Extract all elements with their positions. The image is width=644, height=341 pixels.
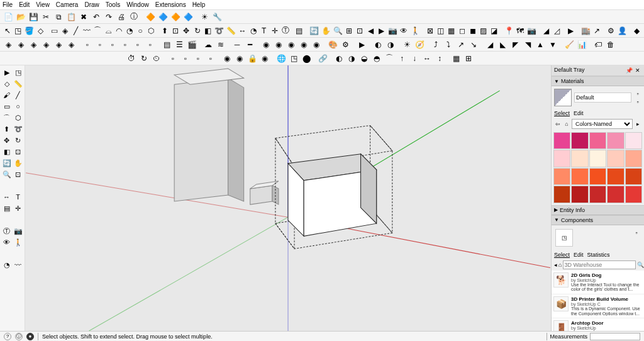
person-icon[interactable]: ●	[26, 333, 34, 340]
render-settings-icon[interactable]: ⚙	[340, 39, 351, 50]
material-swatch[interactable]	[553, 150, 570, 167]
component-results-list[interactable]: 🐕 2D Girls Dog by SketchUp Use the Inter…	[552, 271, 644, 331]
select-tool-icon[interactable]: ▶	[1, 67, 12, 78]
menu-edit[interactable]: Edit	[19, 1, 30, 8]
add-location-icon[interactable]: 📍	[504, 25, 514, 36]
text-tool-icon[interactable]: T	[13, 191, 23, 203]
orbit-tool-icon[interactable]: 🔄	[1, 157, 12, 169]
toggle-terrain-icon[interactable]: 🗺	[516, 25, 525, 36]
material-swatch[interactable]	[589, 150, 606, 167]
menu-file[interactable]: File	[3, 1, 13, 8]
materials-panel-header[interactable]: ▼ Materials	[552, 76, 644, 86]
material-collection-select[interactable]: Colors-Named	[572, 119, 633, 129]
toggle2-icon[interactable]: ◑	[385, 39, 396, 50]
material-swatch[interactable]	[589, 132, 606, 149]
report-icon[interactable]: 📊	[576, 39, 587, 50]
position-camera-icon[interactable]: 📷	[387, 25, 398, 36]
material-swatch[interactable]	[607, 132, 624, 149]
 [interactable]	[13, 248, 23, 259]
component-search-input[interactable]	[563, 260, 636, 269]
menu-help[interactable]: Help	[192, 1, 206, 8]
solid2-icon[interactable]: ◈	[15, 39, 26, 50]
components-tab-statistics[interactable]: Statistics	[587, 252, 610, 258]
line-tool-icon[interactable]: ╱	[13, 89, 23, 101]
chain-icon[interactable]: 🔗	[317, 53, 328, 64]
pan-icon[interactable]: ✋	[321, 25, 331, 36]
position-camera-icon[interactable]: 📷	[13, 225, 23, 237]
material-swatch[interactable]	[571, 186, 588, 203]
pin-icon[interactable]: 📌	[625, 67, 633, 74]
style6-icon[interactable]: ▫	[145, 39, 156, 50]
undo-icon[interactable]: ↶	[91, 11, 102, 23]
move-icon[interactable]: ✥	[182, 25, 191, 36]
close-tray-icon[interactable]: ✕	[634, 67, 641, 74]
dimension-icon[interactable]: ↔	[238, 25, 247, 36]
sandbox2-icon[interactable]: ◿	[552, 25, 562, 36]
solid5-icon[interactable]: ◈	[53, 39, 64, 50]
menu-window[interactable]: Window	[126, 1, 149, 8]
share-icon[interactable]: ↗	[592, 25, 602, 36]
globe-icon[interactable]: 🌐	[275, 53, 287, 64]
material-swatch[interactable]	[589, 186, 606, 203]
paint-bucket-icon[interactable]: 🪣	[24, 25, 35, 36]
back-edges-icon[interactable]: ◫	[436, 25, 445, 36]
style5-icon[interactable]: ▫	[132, 39, 143, 50]
sandbox-a-icon[interactable]: ◢	[484, 39, 496, 50]
search-icon[interactable]: 🔍	[637, 261, 644, 269]
create-material-icon[interactable]: ▫	[634, 90, 641, 98]
components-tab-edit[interactable]: Edit	[574, 252, 584, 258]
text-icon[interactable]: T	[259, 25, 269, 36]
material-swatch[interactable]	[607, 150, 624, 167]
look-around-icon[interactable]: 👁	[399, 25, 409, 36]
xray-icon[interactable]: ⊠	[425, 25, 435, 36]
materials-tab-edit[interactable]: Edit	[574, 110, 584, 116]
ext2-icon[interactable]: ◉	[273, 39, 284, 50]
rectangle-icon[interactable]: ▭	[50, 25, 59, 36]
menu-extensions[interactable]: Extensions	[155, 1, 186, 8]
path1-icon[interactable]: ⤴	[430, 39, 441, 50]
section-tool-icon[interactable]: ▤	[1, 203, 12, 214]
pie-icon[interactable]: ◔	[125, 25, 135, 36]
dim2-icon[interactable]: ↕	[434, 53, 445, 64]
box2-icon[interactable]: ▫	[180, 53, 191, 64]
tool-a-icon[interactable]: ◉	[221, 53, 233, 64]
material-swatch[interactable]	[607, 168, 624, 185]
style3-icon[interactable]: ▫	[107, 39, 118, 50]
home-icon[interactable]: ⌂	[563, 120, 570, 128]
circle-icon[interactable]: ○	[136, 25, 145, 36]
dim1-icon[interactable]: ↔	[421, 53, 433, 64]
 [interactable]	[13, 180, 23, 191]
polygon-tool-icon[interactable]: ⬡	[13, 112, 23, 123]
menu-camera[interactable]: Camera	[56, 1, 79, 8]
path2-icon[interactable]: ⤵	[443, 39, 454, 50]
grid-icon[interactable]: ▦	[450, 53, 462, 64]
solid1-icon[interactable]: ◈	[3, 39, 14, 50]
material-swatch[interactable]	[589, 168, 606, 185]
path3-icon[interactable]: ↗	[455, 39, 467, 50]
measurements-input[interactable]	[590, 333, 640, 340]
shadow-icon[interactable]: ☁	[203, 39, 214, 50]
settings-icon[interactable]: ⚙	[606, 25, 616, 36]
scale-icon[interactable]: ◧	[203, 25, 213, 36]
sandbox-b-icon[interactable]: ◣	[497, 39, 508, 50]
box3-icon[interactable]: ▫	[192, 53, 204, 64]
box4-icon[interactable]: ▫	[205, 53, 216, 64]
components-tab-select[interactable]: Select	[554, 252, 570, 258]
style1-icon[interactable]: ▫	[82, 39, 93, 50]
axes-tool-icon[interactable]: ✛	[13, 203, 23, 214]
material-swatch[interactable]	[625, 150, 642, 167]
photo-textures-icon[interactable]: 📷	[526, 25, 537, 36]
material-swatch[interactable]	[625, 168, 642, 185]
tape-tool-icon[interactable]: 📏	[13, 78, 23, 89]
solid3-icon[interactable]: ◈	[28, 39, 39, 50]
push-pull-tool-icon[interactable]: ⬆	[1, 123, 12, 135]
hidden-line-icon[interactable]: ◻	[457, 25, 467, 36]
line-icon[interactable]: ╱	[71, 25, 80, 36]
render-icon[interactable]: 🎨	[327, 39, 338, 50]
arc-icon[interactable]: ⌒	[92, 25, 102, 36]
tape-icon[interactable]: 📏	[226, 25, 236, 36]
up-icon[interactable]: ↑	[396, 53, 408, 64]
select-icon[interactable]: ↖	[3, 25, 12, 36]
rotate-tool-icon[interactable]: ↻	[13, 135, 23, 146]
walk-icon[interactable]: 🚶	[410, 25, 421, 36]
